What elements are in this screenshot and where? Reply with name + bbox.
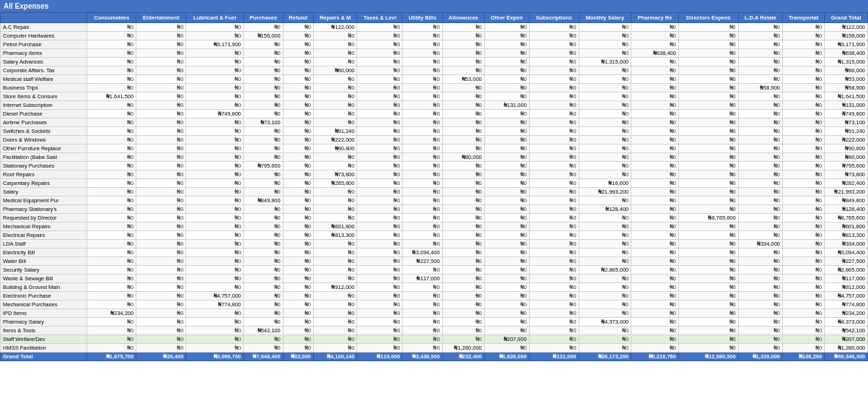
cell-value: ₦0 — [283, 205, 313, 214]
cell-value: ₦0 — [244, 40, 284, 49]
cell-value: ₦0 — [186, 23, 244, 32]
cell-value: ₦0 — [403, 75, 442, 84]
cell-value: ₦0 — [313, 188, 357, 196]
cell-value: ₦0 — [631, 40, 679, 49]
cell-value: ₦0 — [186, 275, 244, 283]
cell-value: ₦0 — [783, 196, 825, 205]
cell-value: ₦0 — [529, 231, 579, 240]
col-header-monthly-salary: Monthly Salary — [579, 13, 631, 23]
cell-value: ₦0 — [529, 309, 579, 318]
cell-value: ₦0 — [442, 162, 484, 170]
cell-value: ₦3,094,400 — [825, 249, 868, 257]
cell-value: ₦0 — [186, 318, 244, 327]
cell-value: ₦0 — [579, 249, 631, 257]
cell-value: ₦0 — [442, 118, 484, 127]
row-label: Stationary Purchases — [1, 162, 87, 170]
cell-value: ₦58,900 — [738, 84, 782, 92]
cell-value: ₦0 — [283, 327, 313, 335]
cell-value: ₦0 — [579, 75, 631, 84]
row-label: Mechanical Purchases — [1, 301, 87, 309]
cell-value: ₦0 — [186, 257, 244, 266]
cell-value: ₦334,000 — [825, 240, 868, 249]
cell-value: ₦0 — [738, 318, 782, 327]
cell-value: ₦0 — [678, 110, 738, 118]
cell-value: ₦53,000 — [825, 75, 868, 84]
cell-value: ₦0 — [244, 170, 284, 179]
cell-value: ₦0 — [244, 127, 284, 136]
cell-value: ₦0 — [186, 153, 244, 162]
table-row: Medical staff Welfare₦0₦0₦0₦0₦0₦0₦0₦0₦53… — [1, 75, 868, 84]
row-label: Store Items & Consum — [1, 92, 87, 101]
cell-value: ₦0 — [529, 249, 579, 257]
cell-value: ₦638,400 — [631, 49, 679, 58]
cell-value: ₦0 — [313, 266, 357, 275]
cell-value: ₦0 — [783, 110, 825, 118]
cell-value: ₦0 — [678, 144, 738, 153]
cell-value: ₦542,100 — [825, 327, 868, 335]
cell-value: ₦0 — [484, 127, 529, 136]
cell-value: ₦0 — [283, 249, 313, 257]
cell-value: ₦0 — [529, 118, 579, 127]
cell-value: ₦0 — [403, 92, 442, 101]
table-row: Electronic Purchase₦0₦0₦4,757,000₦0₦0₦0₦… — [1, 292, 868, 301]
cell-value: ₦0 — [579, 40, 631, 49]
cell-value: ₦0 — [403, 318, 442, 327]
cell-value: ₦813,300 — [313, 231, 357, 240]
cell-value: ₦0 — [186, 309, 244, 318]
cell-value: ₦21,993,200 — [579, 188, 631, 196]
cell-value: ₦0 — [529, 214, 579, 223]
cell-value: ₦0 — [244, 231, 284, 240]
cell-value: ₦0 — [783, 32, 825, 40]
cell-value: ₦0 — [442, 205, 484, 214]
cell-value: ₦0 — [403, 188, 442, 196]
cell-value: ₦334,000 — [738, 240, 782, 249]
cell-value: ₦0 — [403, 335, 442, 344]
cell-value: ₦0 — [313, 318, 357, 327]
cell-value: ₦73,100 — [244, 118, 284, 127]
cell-value: ₦0 — [631, 32, 679, 40]
cell-value: ₦0 — [579, 257, 631, 266]
cell-value: ₦0 — [403, 327, 442, 335]
row-label: Medical Equipment Pur — [1, 196, 87, 205]
table-row: Salary₦0₦0₦0₦0₦0₦0₦0₦0₦0₦0₦0₦21,993,200₦… — [1, 188, 868, 196]
cell-value: ₦0 — [579, 170, 631, 179]
cell-value: ₦0 — [783, 84, 825, 92]
cell-value: ₦0 — [403, 196, 442, 205]
cell-value: ₦0 — [442, 170, 484, 179]
cell-value: ₦73,800 — [313, 170, 357, 179]
cell-value: ₦0 — [484, 188, 529, 196]
cell-value: ₦0 — [244, 110, 284, 118]
table-row: Water Bill₦0₦0₦0₦0₦0₦0₦0₦227,500₦0₦0₦0₦0… — [1, 257, 868, 266]
cell-value: ₦0 — [357, 309, 403, 318]
cell-value: ₦0 — [631, 231, 679, 240]
cell-value: ₦0 — [579, 283, 631, 292]
cell-value: ₦0 — [87, 40, 136, 49]
cell-value: ₦542,100 — [244, 327, 284, 335]
cell-value: ₦0 — [136, 153, 186, 162]
grand-total-cell: ₦131,000 — [529, 353, 579, 361]
cell-value: ₦0 — [136, 214, 186, 223]
cell-value: ₦0 — [87, 110, 136, 118]
cell-value: ₦0 — [357, 162, 403, 170]
cell-value: ₦0 — [529, 92, 579, 101]
cell-value: ₦0 — [283, 344, 313, 353]
cell-value: ₦0 — [484, 153, 529, 162]
cell-value: ₦0 — [738, 144, 782, 153]
cell-value: ₦58,900 — [825, 84, 868, 92]
row-label: Corporate Affairs. Tax — [1, 66, 87, 75]
cell-value: ₦0 — [244, 257, 284, 266]
row-label: IPD Items — [1, 309, 87, 318]
cell-value: ₦0 — [87, 170, 136, 179]
row-label: Other Furniture Replace — [1, 144, 87, 153]
cell-value: ₦0 — [403, 292, 442, 301]
row-label: Electrical Repairs — [1, 231, 87, 240]
grand-total-label: Grand Total — [1, 353, 87, 361]
cell-value: ₦0 — [186, 127, 244, 136]
cell-value: ₦53,000 — [442, 75, 484, 84]
grand-total-cell: ₦1,626,000 — [484, 353, 529, 361]
cell-value: ₦0 — [403, 110, 442, 118]
table-row: LDA Staff₦0₦0₦0₦0₦0₦0₦0₦0₦0₦0₦0₦0₦0₦0₦33… — [1, 240, 868, 249]
cell-value: ₦0 — [283, 84, 313, 92]
table-row: Switches & Sockets₦0₦0₦0₦0₦0₦91,240₦0₦0₦… — [1, 127, 868, 136]
table-row: Carpentary Repairs₦0₦0₦0₦0₦0₦265,800₦0₦0… — [1, 179, 868, 188]
